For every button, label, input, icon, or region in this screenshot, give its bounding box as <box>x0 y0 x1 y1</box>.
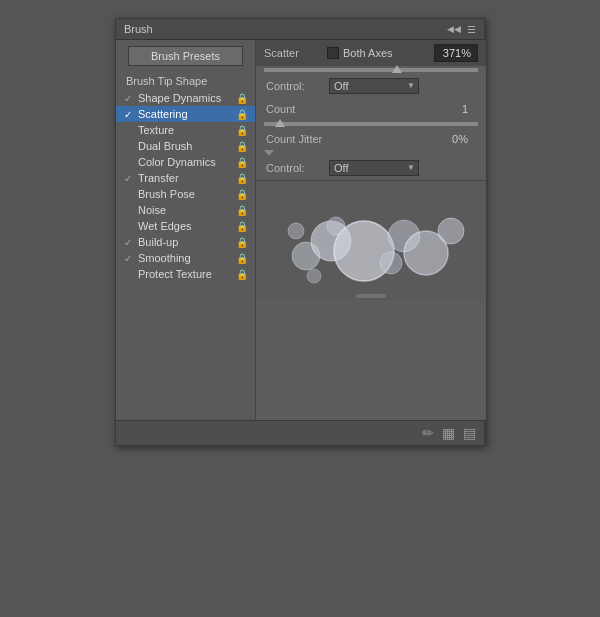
scatter-bar: Scatter Both Axes 371% <box>256 40 486 66</box>
brush-tip-shape-item[interactable]: Brush Tip Shape <box>116 72 255 90</box>
control1-label: Control: <box>266 80 321 92</box>
check-icon: ✓ <box>124 253 138 264</box>
lock-icon: 🔒 <box>235 157 249 168</box>
control-row-1: Control: Off Fade Pen Pressure Pen Tilt … <box>256 74 486 98</box>
list-icon[interactable]: ▤ <box>463 425 476 441</box>
count-value: 1 <box>462 103 468 115</box>
control2-label: Control: <box>266 162 321 174</box>
lock-icon: 🔒 <box>235 237 249 248</box>
bubble <box>380 252 402 274</box>
control1-select[interactable]: Off Fade Pen Pressure Pen Tilt Stylus Wh… <box>329 78 419 94</box>
both-axes-label: Both Axes <box>343 47 393 59</box>
sidebar-item-label: Dual Brush <box>138 140 235 152</box>
preview-svg <box>256 181 486 300</box>
grid-icon[interactable]: ▦ <box>442 425 455 441</box>
sidebar-item-label: Noise <box>138 204 235 216</box>
panel-titlebar: Brush ◀◀ ☰ <box>116 19 484 40</box>
lock-icon: 🔒 <box>235 253 249 264</box>
bubble <box>307 269 321 283</box>
sidebar-item-label: Transfer <box>138 172 235 184</box>
sidebar-item-transfer[interactable]: ✓ Transfer 🔒 <box>116 170 255 186</box>
control2-select-wrapper: Off Fade Pen Pressure Pen Tilt Stylus Wh… <box>329 160 419 176</box>
sidebar-item-label: Smoothing <box>138 252 235 264</box>
sidebar-item-texture[interactable]: Texture 🔒 <box>116 122 255 138</box>
sidebar-item-label: Build-up <box>138 236 235 248</box>
sidebar-item-color-dynamics[interactable]: Color Dynamics 🔒 <box>116 154 255 170</box>
scattering-content: Scatter Both Axes 371% Control: Off <box>256 40 486 420</box>
bottom-bar: ✏ ▦ ▤ <box>116 420 484 445</box>
sidebar-item-brush-pose[interactable]: Brush Pose 🔒 <box>116 186 255 202</box>
lock-icon: 🔒 <box>235 269 249 280</box>
count-jitter-row: Count Jitter 0% <box>256 128 486 150</box>
collapse-icon[interactable]: ◀◀ <box>447 24 461 34</box>
sidebar-item-label: Wet Edges <box>138 220 235 232</box>
count-slider-thumb[interactable] <box>275 119 285 127</box>
count-slider-row[interactable] <box>256 120 486 128</box>
check-icon: ✓ <box>124 93 138 104</box>
lock-icon: 🔒 <box>235 173 249 184</box>
sidebar: Brush Presets Brush Tip Shape ✓ Shape Dy… <box>116 40 256 420</box>
sidebar-item-build-up[interactable]: ✓ Build-up 🔒 <box>116 234 255 250</box>
count-slider[interactable] <box>264 122 478 126</box>
check-icon: ✓ <box>124 173 138 184</box>
sidebar-item-label: Texture <box>138 124 235 136</box>
control2-select[interactable]: Off Fade Pen Pressure Pen Tilt Stylus Wh… <box>329 160 419 176</box>
scatter-label: Scatter <box>264 47 319 59</box>
lock-icon: 🔒 <box>235 125 249 136</box>
panel-title: Brush <box>124 23 153 35</box>
sidebar-item-label: Brush Pose <box>138 188 235 200</box>
control-row-2: Control: Off Fade Pen Pressure Pen Tilt … <box>256 156 486 180</box>
bubble <box>288 223 304 239</box>
scroll-indicator <box>356 294 386 298</box>
brush-tool-icon[interactable]: ✏ <box>422 425 434 441</box>
sidebar-item-label: Protect Texture <box>138 268 235 280</box>
lock-icon: 🔒 <box>235 189 249 200</box>
panel-body: Brush Presets Brush Tip Shape ✓ Shape Dy… <box>116 40 484 420</box>
lock-icon: 🔒 <box>235 205 249 216</box>
sidebar-item-label: Color Dynamics <box>138 156 235 168</box>
both-axes-control[interactable]: Both Axes <box>327 47 393 59</box>
scatter-slider[interactable] <box>264 68 478 72</box>
sidebar-item-scattering[interactable]: ✓ Scattering 🔒 <box>116 106 255 122</box>
control1-select-wrapper: Off Fade Pen Pressure Pen Tilt Stylus Wh… <box>329 78 419 94</box>
sidebar-item-noise[interactable]: Noise 🔒 <box>116 202 255 218</box>
sidebar-item-smoothing[interactable]: ✓ Smoothing 🔒 <box>116 250 255 266</box>
sidebar-item-protect-texture[interactable]: Protect Texture 🔒 <box>116 266 255 282</box>
bubble <box>438 218 464 244</box>
bubble <box>327 217 345 235</box>
sidebar-item-shape-dynamics[interactable]: ✓ Shape Dynamics 🔒 <box>116 90 255 106</box>
menu-icon[interactable]: ☰ <box>467 24 476 35</box>
count-jitter-label: Count Jitter <box>266 133 346 145</box>
count-row: Count 1 <box>256 98 486 120</box>
sidebar-item-label: Scattering <box>138 108 235 120</box>
scatter-value: 371% <box>434 44 478 62</box>
brush-preview <box>256 180 486 300</box>
check-icon: ✓ <box>124 237 138 248</box>
scatter-slider-row[interactable] <box>256 66 486 74</box>
brush-panel: Brush ◀◀ ☰ Brush Presets Brush Tip Shape… <box>115 18 485 446</box>
sidebar-item-label: Shape Dynamics <box>138 92 235 104</box>
sidebar-item-wet-edges[interactable]: Wet Edges 🔒 <box>116 218 255 234</box>
lock-icon: 🔒 <box>235 221 249 232</box>
count-label: Count <box>266 103 346 115</box>
both-axes-checkbox[interactable] <box>327 47 339 59</box>
title-icons: ◀◀ ☰ <box>447 24 476 35</box>
scatter-slider-thumb[interactable] <box>392 65 402 73</box>
sidebar-item-dual-brush[interactable]: Dual Brush 🔒 <box>116 138 255 154</box>
lock-icon: 🔒 <box>235 141 249 152</box>
brush-presets-button[interactable]: Brush Presets <box>128 46 243 66</box>
lock-icon: 🔒 <box>235 109 249 120</box>
lock-icon: 🔒 <box>235 93 249 104</box>
check-icon: ✓ <box>124 109 138 120</box>
count-jitter-value: 0% <box>452 133 468 145</box>
triangle-icon <box>264 150 274 156</box>
